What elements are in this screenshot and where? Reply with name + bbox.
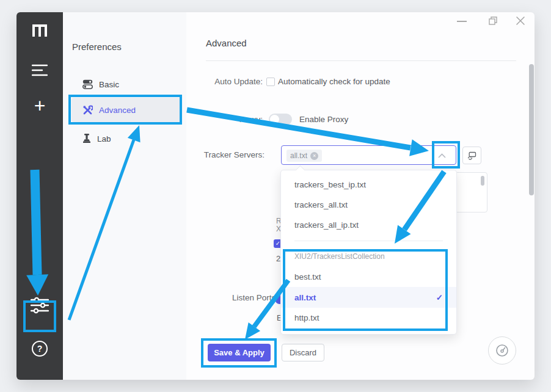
task-list-icon[interactable] <box>16 64 63 77</box>
app-root: + ? Preferences Basic Advanced Lab Advan… <box>0 0 551 392</box>
main-scrollbar[interactable] <box>529 64 534 195</box>
help-icon[interactable]: ? <box>16 341 63 357</box>
option-label: all.txt <box>294 293 316 302</box>
sync-trackers-button[interactable] <box>462 147 481 164</box>
stamp-icon <box>82 134 91 144</box>
tag-remove-icon[interactable]: × <box>310 152 318 160</box>
nav-item-label: Basic <box>99 80 119 89</box>
textarea-scrollbar[interactable] <box>481 176 484 186</box>
dropdown-option-selected[interactable]: all.txt ✓ <box>281 287 456 308</box>
dropdown-option[interactable]: trackers_all_ip.txt <box>281 215 456 235</box>
auto-update-checkbox-label: Automatically check for update <box>278 77 390 86</box>
nav-item-label: Advanced <box>99 106 136 115</box>
tracker-servers-label: Tracker Servers: <box>195 150 265 159</box>
speed-limit-button[interactable] <box>488 336 516 365</box>
chevron-up-icon[interactable] <box>438 153 446 158</box>
add-task-icon[interactable]: + <box>16 95 63 117</box>
dropdown-option[interactable]: trackers_all.txt <box>281 195 456 215</box>
nav-item-lab[interactable]: Lab <box>71 126 181 151</box>
switch-knob <box>270 115 279 124</box>
auto-update-label: Auto Update: <box>195 77 263 86</box>
page-title: Advanced <box>206 38 247 48</box>
discard-button[interactable]: Discard <box>282 344 324 361</box>
selected-tag: all.txt × <box>286 150 322 162</box>
dropdown-option[interactable]: trackers_best_ip.txt <box>281 175 456 195</box>
proxy-label: Proxy: <box>195 115 263 124</box>
dropdown-option[interactable]: best.txt <box>281 267 456 287</box>
nav-item-basic[interactable]: Basic <box>71 72 181 96</box>
dropdown-divider <box>294 241 443 241</box>
nav-item-label: Lab <box>97 134 111 143</box>
tracker-servers-select[interactable]: all.txt × <box>281 145 456 165</box>
proxy-switch-label: Enable Proxy <box>299 115 348 124</box>
tracker-dropdown: trackers_best_ip.txt trackers_all.txt tr… <box>280 170 457 335</box>
dropdown-group-label: XIU2/TrackersListCollection <box>281 247 456 266</box>
divider <box>206 60 516 61</box>
panel-title: Preferences <box>72 42 122 52</box>
toggles-icon <box>82 79 93 89</box>
save-apply-button[interactable]: Save & Apply <box>208 344 271 361</box>
restore-button[interactable] <box>489 16 497 25</box>
close-button[interactable] <box>516 16 525 26</box>
gauge-icon <box>495 343 509 358</box>
listen-ports-label: Listen Ports: <box>217 293 278 302</box>
auto-update-checkbox[interactable] <box>266 78 275 86</box>
nav-item-advanced[interactable]: Advanced <box>71 98 181 122</box>
sync-icon <box>467 151 476 160</box>
tag-label: all.txt <box>290 151 307 160</box>
proxy-switch[interactable] <box>269 114 292 125</box>
check-icon: ✓ <box>436 292 443 302</box>
tools-icon <box>82 105 93 115</box>
minimize-button[interactable] <box>457 21 467 22</box>
app-logo-icon <box>16 22 63 39</box>
dropdown-option[interactable]: http.txt <box>281 308 456 328</box>
preferences-panel <box>63 12 186 380</box>
preferences-icon[interactable] <box>16 297 63 314</box>
